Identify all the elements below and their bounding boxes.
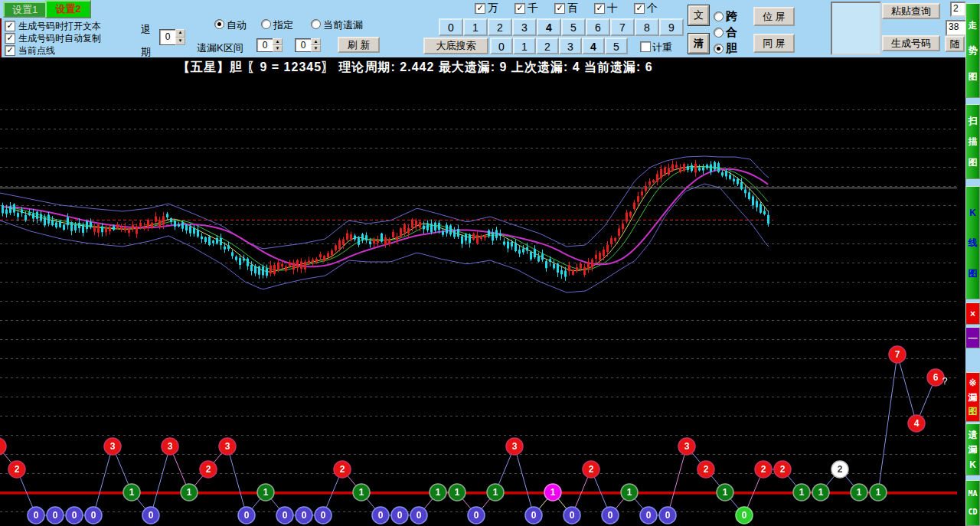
digit-flag-label-2: 百	[567, 2, 578, 15]
sidebar-button-trend-map-char: 势	[969, 46, 978, 55]
paste-query-button[interactable]: 粘贴查询	[882, 3, 940, 19]
digit-flag-label-1: 千	[528, 2, 538, 15]
big-search-button[interactable]: 大底搜索	[423, 38, 488, 54]
span-radio-label-0: 跨	[726, 9, 737, 24]
app-window: 设置1 设置2 退期 0 ▲▼ 遗漏K区间 0 ▲▼ 0 ▲▼ 刷 新 大底搜索…	[0, 0, 980, 526]
digit-bottom-1[interactable]: 1	[513, 38, 536, 54]
digit-flag-checkbox-4[interactable]: ✓	[634, 3, 645, 14]
sidebar-button-macd-char: CD	[968, 508, 977, 517]
sidebar-button-scan-map-char: 描	[969, 137, 978, 146]
spin-down-icon[interactable]: ▼	[175, 38, 185, 46]
sidebar-button-macd-char: MA	[968, 489, 977, 498]
missk-value-2[interactable]: 0	[295, 38, 311, 52]
mode-auto-radio[interactable]	[214, 19, 224, 29]
sidebar: 走势图扫描图K线图×—※漏图遗漏KMACD	[965, 0, 980, 526]
digit-top-4[interactable]: 4	[537, 18, 561, 36]
back-period-value[interactable]: 0	[159, 29, 175, 45]
option-checkbox-1[interactable]: ✓	[5, 33, 15, 44]
missk-label: 遗漏K区间	[197, 41, 243, 55]
digit-bottom-5[interactable]: 5	[605, 38, 628, 54]
sidebar-button-miss-k-char: 遗	[969, 430, 978, 439]
sidebar-button-miss-map[interactable]: ※漏图	[965, 372, 980, 422]
chart-title: 【五星】胆 〖9 = 12345〗 理论周期: 2.442 最大遗漏: 9 上次…	[178, 60, 653, 74]
digit-top-6[interactable]: 6	[586, 18, 610, 36]
sidebar-button-scan-map-char: 扫	[969, 116, 978, 126]
clear-button[interactable]: 清	[688, 34, 709, 54]
mode-auto-label: 自动	[227, 18, 247, 32]
digit-flag-checkbox-0[interactable]: ✓	[475, 3, 485, 14]
option-checkbox-0[interactable]: ✓	[5, 21, 15, 31]
digit-bottom-0[interactable]: 0	[490, 38, 513, 54]
option-label-0: 生成号码时打开文本	[18, 20, 101, 33]
spin-down-icon[interactable]: ▼	[311, 45, 321, 52]
position-screen-button[interactable]: 位 屏	[753, 7, 795, 26]
mode-specify-radio[interactable]	[261, 19, 271, 29]
missk-value-1[interactable]: 0	[256, 38, 273, 52]
spin-up-icon[interactable]: ▲	[273, 38, 283, 45]
digit-bottom-4[interactable]: 4	[582, 38, 605, 54]
sidebar-button-kline-map-char: 线	[969, 238, 978, 247]
digit-flag-checkbox-3[interactable]: ✓	[594, 3, 605, 14]
sidebar-button-close-char: ×	[970, 309, 975, 319]
option-label-2: 当前点线	[18, 44, 55, 57]
text-button[interactable]: 文	[688, 5, 709, 25]
digit-flag-label-0: 万	[488, 2, 498, 15]
missk-spinner-1[interactable]: 0 ▲▼	[256, 38, 283, 52]
sidebar-button-miss-k-char: K	[969, 460, 976, 469]
digit-bottom-3[interactable]: 3	[559, 38, 582, 54]
sidebar-button-minimize[interactable]: —	[965, 327, 980, 348]
kline-omission-chart	[0, 77, 966, 526]
option-checkbox-2[interactable]: ✓	[5, 45, 15, 56]
sidebar-button-miss-k[interactable]: 遗漏K	[965, 423, 980, 475]
query-listbox[interactable]	[831, 2, 881, 55]
mode-current-miss-radio[interactable]	[311, 19, 321, 29]
digit-top-9[interactable]: 9	[659, 18, 684, 36]
spin-down-icon[interactable]: ▼	[273, 45, 283, 52]
sidebar-button-scan-map[interactable]: 扫描图	[965, 104, 980, 179]
sidebar-button-close[interactable]: ×	[965, 302, 980, 325]
sidebar-button-trend-map-char: 图	[969, 72, 978, 81]
digit-bottom-2[interactable]: 2	[536, 38, 559, 54]
back-period-spinner[interactable]: 0 ▲▼	[159, 29, 185, 45]
spin-up-icon[interactable]: ▲	[311, 38, 321, 45]
digit-flag-checkbox-2[interactable]: ✓	[554, 3, 565, 14]
digit-top-5[interactable]: 5	[561, 18, 586, 36]
count-small-field[interactable]: 2	[950, 2, 966, 17]
digit-flag-label-4: 个	[647, 2, 658, 15]
sidebar-button-miss-map-char: ※	[969, 378, 976, 387]
sidebar-button-trend-map[interactable]: 走势图	[965, 3, 980, 98]
span-radio-label-2: 胆	[726, 41, 737, 56]
digit-top-0[interactable]: 0	[439, 18, 463, 36]
missk-spinner-2[interactable]: 0 ▲▼	[295, 38, 321, 52]
sidebar-button-kline-map-char: 图	[969, 269, 978, 278]
tab-settings-2[interactable]: 设置2	[45, 0, 91, 18]
sidebar-button-kline-map[interactable]: K线图	[965, 186, 980, 299]
tab-settings-1[interactable]: 设置1	[3, 2, 47, 18]
digit-flag-checkbox-1[interactable]: ✓	[514, 3, 525, 14]
digit-top-2[interactable]: 2	[488, 18, 512, 36]
same-screen-button[interactable]: 同 屏	[753, 34, 795, 53]
option-label-1: 生成号码时自动复制	[18, 32, 101, 45]
count-mid-field[interactable]: 38	[946, 20, 967, 36]
sidebar-button-scan-map-char: 图	[969, 158, 978, 167]
digit-top-8[interactable]: 8	[635, 18, 659, 36]
digit-top-1[interactable]: 1	[463, 18, 488, 36]
digit-flag-label-3: 十	[607, 2, 618, 15]
sidebar-button-miss-map-char: 漏	[969, 393, 978, 402]
refresh-button[interactable]: 刷 新	[338, 37, 380, 53]
sidebar-button-macd[interactable]: MACD	[965, 480, 980, 526]
random-button[interactable]: 随	[945, 36, 965, 52]
span-radio-0[interactable]	[714, 11, 724, 21]
weight-label: 计重	[652, 41, 672, 54]
span-radio-label-1: 合	[726, 25, 737, 40]
digit-top-7[interactable]: 7	[610, 18, 635, 36]
generate-numbers-button[interactable]: 生成号码	[882, 35, 940, 51]
sidebar-button-trend-map-char: 走	[969, 21, 978, 30]
weight-checkbox[interactable]	[640, 41, 651, 52]
digit-top-3[interactable]: 3	[512, 18, 537, 36]
chart-title-bar: 【五星】胆 〖9 = 12345〗 理论周期: 2.442 最大遗漏: 9 上次…	[0, 57, 966, 77]
spin-up-icon[interactable]: ▲	[175, 29, 185, 38]
span-radio-2[interactable]	[714, 44, 724, 54]
span-radio-1[interactable]	[714, 28, 724, 38]
sidebar-button-kline-map-char: K	[969, 208, 976, 217]
